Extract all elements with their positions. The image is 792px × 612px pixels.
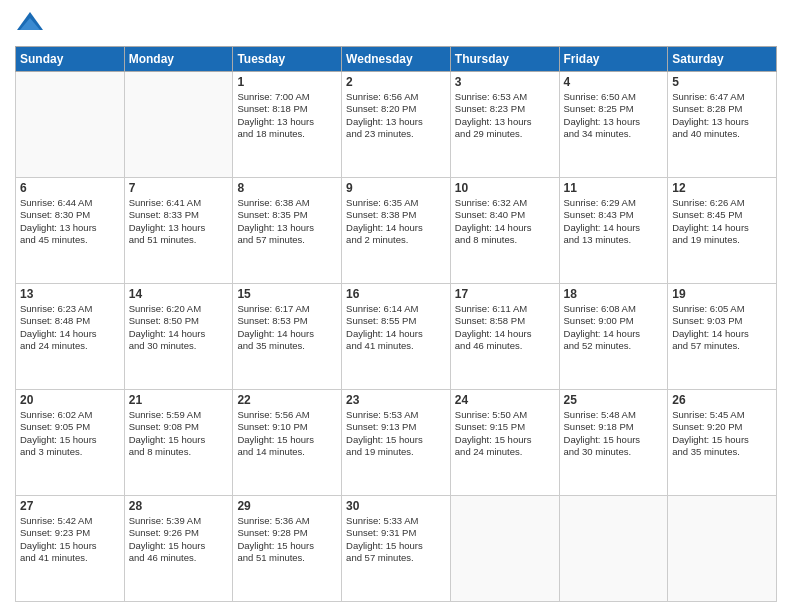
page: SundayMondayTuesdayWednesdayThursdayFrid… [0,0,792,612]
day-header-thursday: Thursday [450,47,559,72]
day-info: Sunrise: 6:20 AM Sunset: 8:50 PM Dayligh… [129,303,229,352]
day-info: Sunrise: 5:39 AM Sunset: 9:26 PM Dayligh… [129,515,229,564]
day-number: 28 [129,499,229,513]
day-number: 4 [564,75,664,89]
day-cell: 21Sunrise: 5:59 AM Sunset: 9:08 PM Dayli… [124,390,233,496]
week-row-3: 20Sunrise: 6:02 AM Sunset: 9:05 PM Dayli… [16,390,777,496]
day-info: Sunrise: 5:45 AM Sunset: 9:20 PM Dayligh… [672,409,772,458]
header-row: SundayMondayTuesdayWednesdayThursdayFrid… [16,47,777,72]
day-number: 3 [455,75,555,89]
day-cell: 28Sunrise: 5:39 AM Sunset: 9:26 PM Dayli… [124,496,233,602]
day-cell: 11Sunrise: 6:29 AM Sunset: 8:43 PM Dayli… [559,178,668,284]
day-number: 9 [346,181,446,195]
day-info: Sunrise: 6:29 AM Sunset: 8:43 PM Dayligh… [564,197,664,246]
day-info: Sunrise: 6:38 AM Sunset: 8:35 PM Dayligh… [237,197,337,246]
day-cell [668,496,777,602]
day-header-saturday: Saturday [668,47,777,72]
day-header-sunday: Sunday [16,47,125,72]
day-info: Sunrise: 6:50 AM Sunset: 8:25 PM Dayligh… [564,91,664,140]
day-number: 26 [672,393,772,407]
day-cell: 20Sunrise: 6:02 AM Sunset: 9:05 PM Dayli… [16,390,125,496]
day-cell: 14Sunrise: 6:20 AM Sunset: 8:50 PM Dayli… [124,284,233,390]
week-row-0: 1Sunrise: 7:00 AM Sunset: 8:18 PM Daylig… [16,72,777,178]
day-number: 6 [20,181,120,195]
day-info: Sunrise: 6:14 AM Sunset: 8:55 PM Dayligh… [346,303,446,352]
day-info: Sunrise: 6:23 AM Sunset: 8:48 PM Dayligh… [20,303,120,352]
day-header-wednesday: Wednesday [342,47,451,72]
day-info: Sunrise: 6:41 AM Sunset: 8:33 PM Dayligh… [129,197,229,246]
day-info: Sunrise: 5:48 AM Sunset: 9:18 PM Dayligh… [564,409,664,458]
day-info: Sunrise: 6:47 AM Sunset: 8:28 PM Dayligh… [672,91,772,140]
day-number: 8 [237,181,337,195]
day-info: Sunrise: 6:32 AM Sunset: 8:40 PM Dayligh… [455,197,555,246]
day-cell: 22Sunrise: 5:56 AM Sunset: 9:10 PM Dayli… [233,390,342,496]
day-number: 23 [346,393,446,407]
day-info: Sunrise: 6:17 AM Sunset: 8:53 PM Dayligh… [237,303,337,352]
week-row-4: 27Sunrise: 5:42 AM Sunset: 9:23 PM Dayli… [16,496,777,602]
day-number: 30 [346,499,446,513]
week-row-2: 13Sunrise: 6:23 AM Sunset: 8:48 PM Dayli… [16,284,777,390]
day-cell: 30Sunrise: 5:33 AM Sunset: 9:31 PM Dayli… [342,496,451,602]
day-number: 12 [672,181,772,195]
day-cell: 1Sunrise: 7:00 AM Sunset: 8:18 PM Daylig… [233,72,342,178]
day-number: 21 [129,393,229,407]
logo-icon [15,10,45,40]
day-number: 10 [455,181,555,195]
day-header-tuesday: Tuesday [233,47,342,72]
day-cell: 17Sunrise: 6:11 AM Sunset: 8:58 PM Dayli… [450,284,559,390]
day-number: 20 [20,393,120,407]
day-info: Sunrise: 6:08 AM Sunset: 9:00 PM Dayligh… [564,303,664,352]
day-info: Sunrise: 5:36 AM Sunset: 9:28 PM Dayligh… [237,515,337,564]
week-row-1: 6Sunrise: 6:44 AM Sunset: 8:30 PM Daylig… [16,178,777,284]
day-info: Sunrise: 6:26 AM Sunset: 8:45 PM Dayligh… [672,197,772,246]
day-number: 7 [129,181,229,195]
day-cell: 23Sunrise: 5:53 AM Sunset: 9:13 PM Dayli… [342,390,451,496]
day-cell [124,72,233,178]
day-number: 15 [237,287,337,301]
day-cell: 26Sunrise: 5:45 AM Sunset: 9:20 PM Dayli… [668,390,777,496]
day-number: 27 [20,499,120,513]
day-info: Sunrise: 7:00 AM Sunset: 8:18 PM Dayligh… [237,91,337,140]
day-info: Sunrise: 5:59 AM Sunset: 9:08 PM Dayligh… [129,409,229,458]
day-number: 18 [564,287,664,301]
day-number: 16 [346,287,446,301]
day-cell: 29Sunrise: 5:36 AM Sunset: 9:28 PM Dayli… [233,496,342,602]
day-cell [450,496,559,602]
day-cell: 16Sunrise: 6:14 AM Sunset: 8:55 PM Dayli… [342,284,451,390]
day-cell: 10Sunrise: 6:32 AM Sunset: 8:40 PM Dayli… [450,178,559,284]
day-cell: 19Sunrise: 6:05 AM Sunset: 9:03 PM Dayli… [668,284,777,390]
day-cell: 6Sunrise: 6:44 AM Sunset: 8:30 PM Daylig… [16,178,125,284]
day-info: Sunrise: 5:50 AM Sunset: 9:15 PM Dayligh… [455,409,555,458]
day-number: 25 [564,393,664,407]
day-cell: 15Sunrise: 6:17 AM Sunset: 8:53 PM Dayli… [233,284,342,390]
day-cell: 27Sunrise: 5:42 AM Sunset: 9:23 PM Dayli… [16,496,125,602]
day-cell [559,496,668,602]
day-number: 5 [672,75,772,89]
header [15,10,777,40]
day-info: Sunrise: 6:56 AM Sunset: 8:20 PM Dayligh… [346,91,446,140]
day-cell: 25Sunrise: 5:48 AM Sunset: 9:18 PM Dayli… [559,390,668,496]
day-number: 24 [455,393,555,407]
day-cell: 7Sunrise: 6:41 AM Sunset: 8:33 PM Daylig… [124,178,233,284]
day-number: 17 [455,287,555,301]
day-info: Sunrise: 6:05 AM Sunset: 9:03 PM Dayligh… [672,303,772,352]
day-info: Sunrise: 5:42 AM Sunset: 9:23 PM Dayligh… [20,515,120,564]
day-header-friday: Friday [559,47,668,72]
day-cell: 2Sunrise: 6:56 AM Sunset: 8:20 PM Daylig… [342,72,451,178]
day-cell: 12Sunrise: 6:26 AM Sunset: 8:45 PM Dayli… [668,178,777,284]
day-info: Sunrise: 6:44 AM Sunset: 8:30 PM Dayligh… [20,197,120,246]
day-number: 29 [237,499,337,513]
day-cell: 24Sunrise: 5:50 AM Sunset: 9:15 PM Dayli… [450,390,559,496]
day-info: Sunrise: 6:53 AM Sunset: 8:23 PM Dayligh… [455,91,555,140]
day-cell: 3Sunrise: 6:53 AM Sunset: 8:23 PM Daylig… [450,72,559,178]
day-number: 19 [672,287,772,301]
logo [15,10,49,40]
day-number: 2 [346,75,446,89]
day-cell: 4Sunrise: 6:50 AM Sunset: 8:25 PM Daylig… [559,72,668,178]
day-number: 13 [20,287,120,301]
day-info: Sunrise: 5:56 AM Sunset: 9:10 PM Dayligh… [237,409,337,458]
day-info: Sunrise: 5:33 AM Sunset: 9:31 PM Dayligh… [346,515,446,564]
day-number: 1 [237,75,337,89]
day-number: 22 [237,393,337,407]
day-cell [16,72,125,178]
